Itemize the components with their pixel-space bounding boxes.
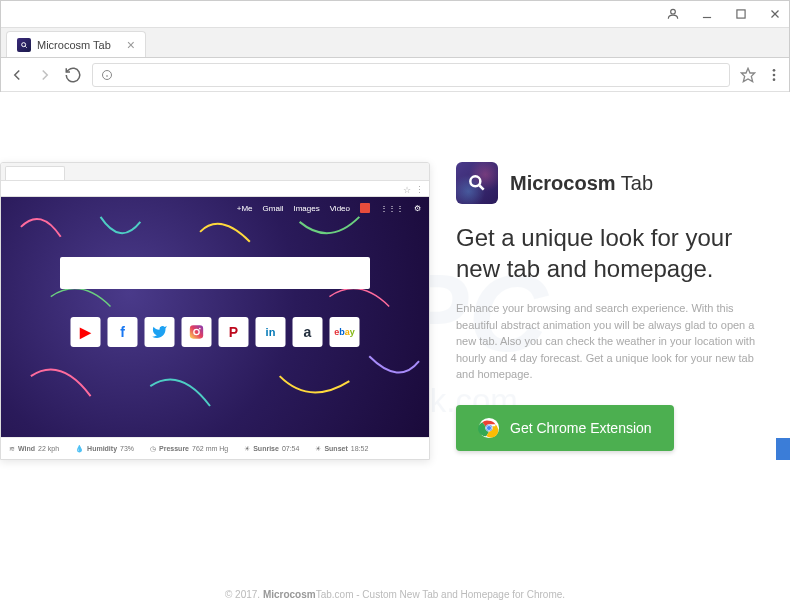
apps-icon: ⋮⋮⋮ <box>380 204 404 213</box>
stat-wind: ≋ Wind 22 kph <box>9 445 59 453</box>
preview-shortcuts: ▶ f P in a ebay <box>71 317 360 347</box>
tab-close-icon[interactable]: × <box>127 37 135 53</box>
svg-marker-10 <box>741 68 754 81</box>
facebook-icon: f <box>108 317 138 347</box>
back-button[interactable] <box>8 66 26 84</box>
cta-label: Get Chrome Extension <box>510 420 652 436</box>
pinterest-icon: P <box>219 317 249 347</box>
browser-tabbar: Microcosm Tab × <box>0 28 790 58</box>
page-footer: © 2017. MicrocosmTab.com - Custom New Ta… <box>0 589 790 600</box>
forward-button[interactable] <box>36 66 54 84</box>
preview-nav-images: Images <box>293 204 319 213</box>
preview-browser: ☆ ⋮ +Me Gmail <box>0 162 430 460</box>
close-icon[interactable] <box>768 7 782 21</box>
preview-search-input <box>60 257 370 289</box>
svg-line-24 <box>480 186 484 190</box>
ebay-icon: ebay <box>330 317 360 347</box>
notification-icon <box>360 203 370 213</box>
description: Enhance your browsing and search experie… <box>456 300 760 383</box>
maximize-icon[interactable] <box>734 7 748 21</box>
preview-nav-gmail: Gmail <box>263 204 284 213</box>
preview-menu-icon: ⋮ <box>415 185 423 193</box>
stat-sunrise: ☀ Sunrise 07:54 <box>244 445 299 453</box>
preview-star-icon: ☆ <box>403 185 411 193</box>
browser-toolbar <box>0 58 790 92</box>
instagram-icon <box>182 317 212 347</box>
svg-rect-2 <box>737 9 745 17</box>
youtube-icon: ▶ <box>71 317 101 347</box>
preview-nav-me: +Me <box>237 204 253 213</box>
menu-icon[interactable] <box>766 67 782 83</box>
preview-body: +Me Gmail Images Video ⋮⋮⋮ ⚙ ▶ f P in a <box>1 197 429 437</box>
brand: Microcosm Tab <box>456 162 760 204</box>
get-extension-button[interactable]: Get Chrome Extension <box>456 405 674 451</box>
gear-icon: ⚙ <box>414 204 421 213</box>
svg-point-13 <box>773 78 776 81</box>
svg-line-6 <box>25 46 26 47</box>
twitter-icon <box>145 317 175 347</box>
linkedin-icon: in <box>256 317 286 347</box>
amazon-icon: a <box>293 317 323 347</box>
preview-weather-bar: ≋ Wind 22 kph 💧 Humidity 73% ◷ Pressure … <box>1 437 429 459</box>
brand-name: Microcosm Tab <box>510 172 653 195</box>
bookmark-icon[interactable] <box>740 67 756 83</box>
headline: Get a unique look for your new tab and h… <box>456 222 760 284</box>
address-bar[interactable] <box>92 63 730 87</box>
browser-tab[interactable]: Microcosm Tab × <box>6 31 146 57</box>
preview-toolbar: ☆ ⋮ <box>1 181 429 197</box>
account-icon[interactable] <box>666 7 680 21</box>
preview-tabbar <box>1 163 429 181</box>
info-icon <box>101 69 113 81</box>
window-titlebar <box>0 0 790 28</box>
tab-favicon-icon <box>17 38 31 52</box>
page-content: PC risk.com ☆ ⋮ <box>0 92 790 610</box>
stat-sunset: ☀ Sunset 18:52 <box>315 445 368 453</box>
tab-title: Microcosm Tab <box>37 39 111 51</box>
stat-pressure: ◷ Pressure 762 mm Hg <box>150 445 228 453</box>
svg-point-27 <box>486 425 491 430</box>
svg-point-5 <box>22 42 26 46</box>
preview-nav-video: Video <box>330 204 350 213</box>
svg-point-0 <box>671 9 676 14</box>
svg-point-23 <box>470 176 480 186</box>
minimize-icon[interactable] <box>700 7 714 21</box>
svg-point-12 <box>773 73 776 76</box>
svg-point-22 <box>199 328 201 330</box>
chrome-icon <box>478 417 500 439</box>
preview-tab <box>5 166 65 180</box>
svg-rect-20 <box>190 325 203 338</box>
preview-nav: +Me Gmail Images Video ⋮⋮⋮ ⚙ <box>237 203 421 213</box>
reload-button[interactable] <box>64 66 82 84</box>
stat-humidity: 💧 Humidity 73% <box>75 445 134 453</box>
svg-point-11 <box>773 69 776 72</box>
brand-logo-icon <box>456 162 498 204</box>
